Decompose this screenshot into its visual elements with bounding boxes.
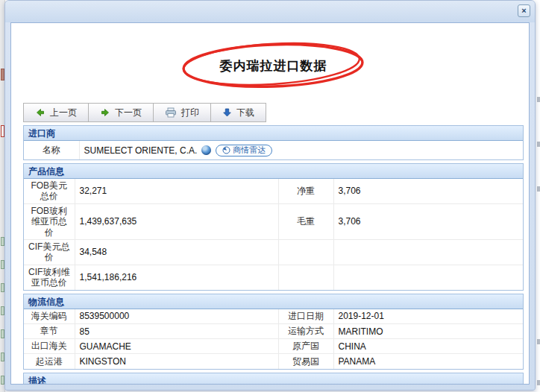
table-row: FOB玻利维亚币总价 1,439,637,635 毛重 3,706 (24, 203, 523, 239)
arrow-left-icon (35, 107, 45, 118)
field-value: 2019-12-01 (333, 309, 523, 324)
field-label (278, 239, 333, 265)
field-label: FOB美元总价 (24, 179, 75, 203)
section-product: 产品信息 FOB美元总价 32,271 净重 3,706 FOB玻利维亚币总价 … (23, 163, 524, 291)
field-label: 起运港 (24, 354, 75, 369)
importer-name-value: SUMELECT ORIENTE, C.A. (84, 145, 198, 156)
background-fragment (537, 339, 540, 344)
field-value (333, 265, 523, 289)
doc-title-area: 委内瑞拉进口数据 (23, 46, 524, 87)
table-row: 章节 85 运输方式 MARITIMO (24, 324, 523, 339)
field-value: KINGSTON (75, 354, 278, 369)
field-value: 8539500000 (75, 309, 278, 324)
field-value: 32,271 (75, 179, 278, 203)
section-description: 描述 章节描述 MÁQUINAS, APARATOS Y MATERIAL EL… (23, 373, 524, 385)
field-value: 34,548 (75, 239, 278, 265)
print-button[interactable]: 打印 (153, 103, 211, 122)
table-row: FOB美元总价 32,271 净重 3,706 (24, 179, 523, 203)
section-logistics: 物流信息 海关编码 8539500000 进口日期 2019-12-01 章节 … (23, 294, 524, 370)
page-title: 委内瑞拉进口数据 (220, 57, 327, 75)
prev-page-label: 上一页 (50, 107, 77, 119)
background-page-right-edge (536, 0, 540, 392)
field-label: 贸易国 (278, 354, 333, 369)
field-value: 3,706 (333, 203, 523, 239)
background-fragment (537, 97, 540, 102)
prev-page-button[interactable]: 上一页 (23, 103, 89, 122)
section-description-title: 描述 (24, 373, 523, 385)
globe-icon[interactable] (201, 145, 211, 155)
field-label: 毛重 (278, 203, 333, 239)
field-label: 出口海关 (24, 339, 75, 354)
field-value: CHINA (333, 339, 523, 354)
download-label: 下载 (236, 107, 254, 119)
table-row: 起运港 KINGSTON 贸易国 PANAMA (24, 354, 523, 369)
table-row: 名称 SUMELECT ORIENTE, C.A. 商情雷达 (24, 141, 523, 159)
next-page-label: 下一页 (115, 107, 142, 119)
download-button[interactable]: 下载 (210, 103, 266, 122)
field-label: CIF美元总价 (24, 239, 75, 265)
field-label: 原产国 (278, 339, 333, 354)
section-product-title: 产品信息 (24, 164, 523, 179)
arrow-down-icon (222, 107, 232, 118)
field-value (333, 239, 523, 265)
field-value: 85 (75, 324, 278, 339)
background-fragment (537, 380, 540, 385)
close-icon[interactable]: × (518, 4, 530, 17)
next-page-button[interactable]: 下一页 (88, 103, 154, 122)
field-label: FOB玻利维亚币总价 (24, 203, 75, 239)
import-data-window: × 委内瑞拉进口数据 上一页 下一页 (4, 0, 536, 391)
table-row: 出口海关 GUAMACHE 原产国 CHINA (24, 339, 523, 354)
field-label: CIF玻利维亚币总价 (24, 265, 75, 289)
field-label: 运输方式 (278, 324, 333, 339)
section-logistics-title: 物流信息 (24, 294, 523, 309)
field-value: PANAMA (333, 354, 523, 369)
radar-icon (222, 146, 230, 154)
print-label: 打印 (181, 107, 199, 119)
field-value: 1,439,637,635 (75, 203, 278, 239)
toolbar: 上一页 下一页 打印 下载 (23, 103, 524, 122)
field-label: 进口日期 (278, 309, 333, 324)
field-label: 净重 (278, 179, 333, 203)
window-titlebar[interactable]: × (5, 1, 535, 22)
field-value: 3,706 (333, 179, 523, 203)
table-row: CIF玻利维亚币总价 1,541,186,216 (24, 265, 523, 289)
table-row: 海关编码 8539500000 进口日期 2019-12-01 (24, 309, 523, 324)
business-radar-button[interactable]: 商情雷达 (216, 145, 272, 157)
field-value: GUAMACHE (75, 339, 278, 354)
section-importer: 进口商 名称 SUMELECT ORIENTE, C.A. (23, 125, 524, 160)
field-value: 1,541,186,216 (75, 265, 278, 289)
background-fragment (537, 186, 540, 192)
window-content: 委内瑞拉进口数据 上一页 下一页 (10, 22, 530, 385)
field-value: MARITIMO (333, 324, 523, 339)
background-fragment (537, 142, 540, 147)
importer-name-cell: SUMELECT ORIENTE, C.A. 商情雷达 (79, 141, 523, 159)
arrow-right-icon (100, 107, 110, 118)
table-row: CIF美元总价 34,548 (24, 239, 523, 265)
business-radar-label: 商情雷达 (233, 145, 266, 156)
importer-name-label: 名称 (24, 141, 79, 159)
field-label (278, 265, 333, 289)
section-importer-title: 进口商 (24, 126, 523, 141)
printer-icon (165, 107, 177, 118)
field-label: 海关编码 (24, 309, 75, 324)
field-label: 章节 (24, 324, 75, 339)
